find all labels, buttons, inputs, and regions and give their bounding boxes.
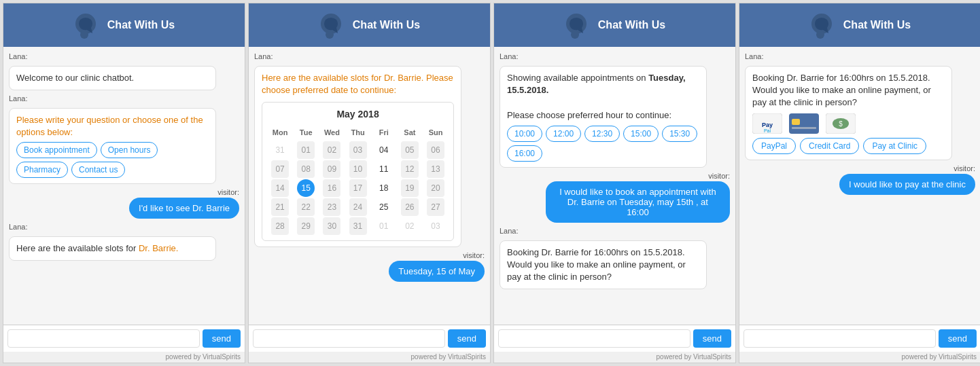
cal-day-24: 24 <box>349 198 367 216</box>
svg-text:Pal: Pal <box>764 128 771 133</box>
msg-visitor-4: I would like to pay at the clinic <box>839 174 975 195</box>
cal-day-17: 17 <box>349 179 367 197</box>
msg-options-prompt: Please write your question or choose one… <box>9 108 216 183</box>
option-open-hours[interactable]: Open hours <box>101 142 158 158</box>
powered-by-2: powered by VirtualSpirits <box>249 352 490 363</box>
cal-day-18[interactable]: 18 <box>375 179 393 197</box>
chat-icon-1 <box>73 12 101 39</box>
lana-label-1: Lana: <box>9 52 239 60</box>
visitor-row-2: visitor: Tuesday, 15 of May <box>254 251 485 282</box>
options-row-1: Book appointment Open hours Pharmacy Con… <box>16 142 209 178</box>
svg-text:$: $ <box>839 120 843 128</box>
lana-label-3: Lana: <box>9 223 239 231</box>
payment-icons-row: Pay Pal $ <box>752 113 945 134</box>
slot-1000[interactable]: 10:00 <box>507 126 542 142</box>
powered-by-3: powered by VirtualSpirits <box>494 352 735 363</box>
chat-header-3: Chat With Us <box>494 3 735 47</box>
slot-1500[interactable]: 15:00 <box>623 126 659 142</box>
msg-payment-prompt-3: Booking Dr. Barrie for 16:00hrs on 15.5.… <box>500 240 707 290</box>
option-book-appointment[interactable]: Book appointment <box>16 142 97 158</box>
credit-card-button[interactable]: Credit Card <box>800 138 859 154</box>
visitor-row-1: visitor: I'd like to see Dr. Barrie <box>9 188 239 219</box>
svg-rect-12 <box>792 119 800 125</box>
cash-icon: $ <box>826 113 856 134</box>
cal-day-02-next: 02 <box>401 217 419 235</box>
send-button-2[interactable]: send <box>448 329 486 348</box>
chat-title-4: Chat With Us <box>843 19 911 31</box>
cal-day-21: 21 <box>271 198 289 216</box>
visitor-row-4: visitor: I would like to pay at the clin… <box>745 164 975 195</box>
timeslots-row: 10:00 12:00 12:30 15:00 15:30 16:00 <box>507 126 699 162</box>
powered-by-1: powered by VirtualSpirits <box>3 352 245 363</box>
cal-day-15[interactable]: 15 <box>297 179 315 197</box>
option-contact-us[interactable]: Contact us <box>71 162 125 178</box>
cal-day-13: 13 <box>427 160 444 178</box>
send-button-3[interactable]: send <box>693 329 731 348</box>
powered-by-4: powered by VirtualSpirits <box>739 352 980 363</box>
cal-day-09: 09 <box>323 160 340 178</box>
chat-input-1[interactable] <box>7 329 200 348</box>
svg-point-7 <box>816 31 824 39</box>
slot-1530[interactable]: 15:30 <box>662 126 697 142</box>
cal-day-11[interactable]: 11 <box>375 160 393 178</box>
cal-day-01-next: 01 <box>375 217 393 235</box>
chat-input-row-3: send <box>494 325 735 352</box>
cal-day-03: 03 <box>349 141 367 159</box>
msg-visitor-2: Tuesday, 15 of May <box>389 261 485 282</box>
msg-calendar: Here are the available slots for Dr. Bar… <box>254 66 461 247</box>
msg-visitor-1: I'd like to see Dr. Barrie <box>129 198 239 219</box>
chat-header-4: Chat With Us <box>739 3 980 47</box>
chat-body-4: Lana: Booking Dr. Barrie for 16:00hrs on… <box>739 47 980 325</box>
cal-day-31-prev: 31 <box>271 141 289 159</box>
cal-day-29: 29 <box>297 217 315 235</box>
chat-title-1: Chat With Us <box>107 19 175 31</box>
svg-point-1 <box>80 31 88 39</box>
svg-text:Pay: Pay <box>762 122 773 128</box>
slot-1600[interactable]: 16:00 <box>507 145 542 162</box>
chat-icon-2 <box>319 12 346 39</box>
cal-grid: Mon Tue Wed Thu Fri Sat Sun 31 01 02 03 … <box>268 126 448 235</box>
cal-day-20: 20 <box>427 179 444 197</box>
cal-day-28: 28 <box>271 217 289 235</box>
cal-day-12: 12 <box>401 160 419 178</box>
option-pharmacy[interactable]: Pharmacy <box>16 162 68 178</box>
cal-day-08: 08 <box>297 160 315 178</box>
cal-day-06: 06 <box>427 141 444 159</box>
cal-day-27: 27 <box>427 198 444 216</box>
msg-visitor-3: I would like to book an appointment with… <box>546 181 730 223</box>
chat-body-2: Lana: Here are the available slots for D… <box>249 47 490 325</box>
cal-day-01: 01 <box>297 141 315 159</box>
cal-day-22: 22 <box>297 198 315 216</box>
chat-input-2[interactable] <box>253 329 445 348</box>
credit-card-icon <box>789 113 819 134</box>
cal-day-26: 26 <box>401 198 419 216</box>
pay-at-clinic-button[interactable]: Pay at Clinic <box>863 138 926 154</box>
chat-input-4[interactable] <box>743 329 936 348</box>
lana-label-3b: Lana: <box>500 227 730 235</box>
chat-header-2: Chat With Us <box>249 3 490 47</box>
chat-icon-4 <box>809 12 837 39</box>
chat-input-row-4: send <box>739 325 980 352</box>
chat-widget-1: Chat With Us Lana: Welcome to our clinic… <box>3 3 245 363</box>
paypal-button[interactable]: PayPal <box>752 138 796 154</box>
msg-payment-4: Booking Dr. Barrie for 16:00hrs on 15.5.… <box>745 66 952 160</box>
cal-day-04[interactable]: 04 <box>375 141 393 159</box>
cal-day-19: 19 <box>401 179 419 197</box>
slot-1230[interactable]: 12:30 <box>584 126 620 142</box>
svg-point-3 <box>326 31 334 39</box>
cal-day-14: 14 <box>271 179 289 197</box>
msg-welcome: Welcome to our clinic chatbot. <box>9 66 216 90</box>
visitor-row-3: visitor: I would like to book an appoint… <box>500 172 730 223</box>
chat-input-3[interactable] <box>498 329 690 348</box>
send-button-1[interactable]: send <box>203 329 241 348</box>
cal-day-03-next: 03 <box>427 217 444 235</box>
slot-1200[interactable]: 12:00 <box>546 126 581 142</box>
msg-slots-intro: Here are the available slots for Dr. Bar… <box>9 236 216 261</box>
cal-day-25[interactable]: 25 <box>375 198 393 216</box>
send-button-4[interactable]: send <box>939 329 977 348</box>
chat-input-row-2: send <box>249 325 490 352</box>
chat-widget-3: Chat With Us Lana: Showing available app… <box>493 3 736 363</box>
chat-title-2: Chat With Us <box>353 19 420 31</box>
chat-title-3: Chat With Us <box>598 19 665 31</box>
svg-rect-13 <box>792 127 816 129</box>
